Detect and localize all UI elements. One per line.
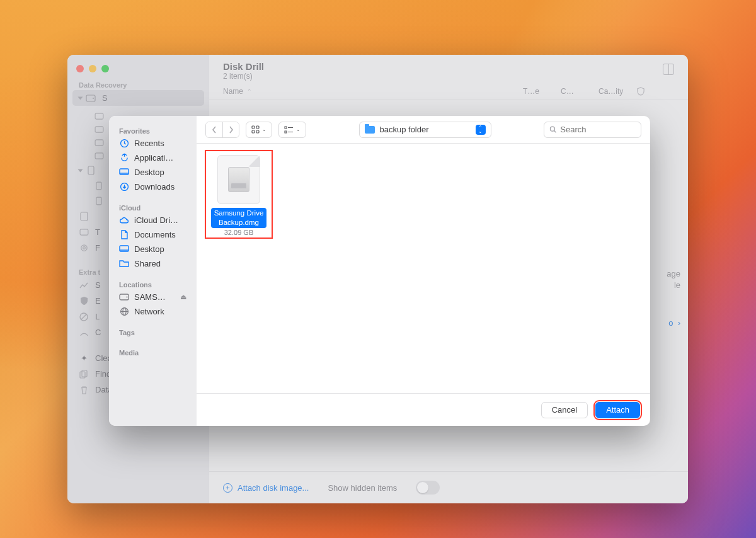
sidebar-heading-favorites: Favorites [114, 125, 192, 136]
dmg-file-icon [217, 155, 260, 204]
chevron-down-icon [78, 96, 83, 100]
trash-icon [79, 386, 89, 394]
gear-icon [79, 243, 89, 253]
svg-rect-30 [252, 130, 255, 133]
drive-icon [94, 152, 104, 159]
no-icon [79, 312, 89, 321]
svg-point-12 [83, 247, 85, 249]
svg-rect-9 [81, 212, 88, 220]
book-icon[interactable] [663, 64, 674, 75]
clock-icon [119, 139, 129, 148]
svg-rect-32 [285, 127, 287, 129]
app-title: Disk Drill [223, 61, 264, 72]
sidebar-item-network[interactable]: Network [114, 304, 192, 319]
cancel-button[interactable]: Cancel [541, 402, 588, 418]
globe-icon [119, 307, 129, 316]
app-subtitle: 2 item(s) [223, 72, 264, 81]
show-hidden-label: Show hidden items [328, 483, 397, 493]
eject-icon[interactable]: ⏏ [180, 293, 186, 301]
sidebar-section-recovery: Data Recovery [67, 79, 209, 90]
window-controls [67, 61, 209, 79]
sidebar-item-desktop[interactable]: Desktop [114, 165, 192, 180]
svg-line-14 [81, 314, 86, 319]
peek-text: age [667, 269, 680, 278]
svg-point-1 [93, 98, 94, 99]
svg-line-37 [554, 131, 556, 133]
view-mode-icons-button[interactable]: ⌄ [246, 122, 272, 138]
nav-forward-button[interactable] [222, 122, 239, 137]
peek-link[interactable]: o › [668, 318, 680, 328]
nav-back-button[interactable] [206, 122, 222, 137]
sidebar-item-external-drive[interactable]: SAMS…⏏ [114, 290, 192, 304]
sidebar-item-storage[interactable]: S [72, 90, 204, 106]
svg-rect-33 [285, 131, 287, 133]
maximize-window-button[interactable] [101, 65, 109, 72]
desktop-icon [119, 245, 129, 253]
svg-rect-6 [88, 166, 94, 175]
svg-rect-4 [95, 140, 103, 146]
drive-icon [94, 139, 104, 146]
svg-rect-7 [96, 182, 101, 190]
sidebar-item-shared[interactable]: Shared [114, 256, 192, 271]
location-label: backup folder [380, 125, 429, 134]
view-mode-group-button[interactable]: ⌄ [278, 122, 306, 138]
svg-rect-8 [96, 197, 101, 205]
dialog-main: ⌄ ⌄ backup folder ⌃⌄ Samsung DriveBackup… [197, 116, 650, 426]
drive-icon [94, 113, 104, 120]
drive-icon [119, 294, 129, 300]
sidebar-item-recents[interactable]: Recents [114, 136, 192, 151]
app-footer: + Attach disk image... Show hidden items [209, 471, 688, 503]
document-icon [119, 230, 129, 239]
svg-rect-10 [80, 229, 88, 235]
updown-icon: ⌃⌄ [476, 125, 486, 135]
svg-rect-28 [252, 126, 255, 129]
gauge-icon [79, 328, 89, 337]
column-headers: Name⌃ T…e C… Ca…ity [209, 84, 688, 100]
close-window-button[interactable] [76, 65, 84, 72]
tablet-icon [79, 212, 89, 221]
phone-icon [86, 166, 96, 175]
applications-icon [119, 153, 129, 163]
download-icon [119, 182, 129, 192]
sparkle-icon: ✦ [79, 353, 89, 363]
sidebar-item-downloads[interactable]: Downloads [114, 180, 192, 194]
shield-icon [636, 87, 645, 96]
sidebar-heading-locations: Locations [114, 278, 192, 290]
svg-point-24 [127, 297, 128, 298]
sidebar-heading-media: Media [114, 346, 192, 358]
search-field[interactable] [544, 122, 641, 138]
phone-icon [94, 181, 104, 190]
sidebar-item-documents[interactable]: Documents [114, 227, 192, 242]
svg-point-36 [550, 127, 554, 131]
dialog-footer: Cancel Attach [197, 393, 650, 426]
dialog-toolbar: ⌄ ⌄ backup folder ⌃⌄ [197, 116, 650, 144]
sidebar-item-desktop-icloud[interactable]: Desktop [114, 242, 192, 256]
svg-point-11 [81, 245, 86, 251]
search-input[interactable] [560, 125, 636, 134]
file-size-label: 32.09 GB [207, 229, 270, 236]
dialog-file-area[interactable]: Samsung DriveBackup.dmg 32.09 GB [197, 144, 650, 393]
show-hidden-toggle[interactable] [416, 481, 440, 495]
shared-folder-icon [119, 260, 129, 268]
nav-back-forward [205, 122, 239, 138]
shield-icon [79, 296, 89, 306]
location-dropdown[interactable]: backup folder ⌃⌄ [359, 122, 491, 138]
svg-rect-5 [95, 153, 103, 159]
svg-rect-31 [256, 130, 259, 133]
sidebar-item-icloud-drive[interactable]: iCloud Dri… [114, 213, 192, 227]
copy-icon [79, 370, 89, 379]
sidebar-heading-icloud: iCloud [114, 202, 192, 213]
phone-icon [94, 197, 104, 205]
file-item-selected[interactable]: Samsung DriveBackup.dmg 32.09 GB [207, 152, 270, 236]
attach-disk-image-link[interactable]: + Attach disk image... [223, 483, 309, 493]
svg-rect-3 [95, 127, 103, 132]
peek-text: le [674, 280, 680, 290]
drive-icon [79, 229, 89, 236]
minimize-window-button[interactable] [89, 65, 96, 72]
sidebar-heading-tags: Tags [114, 326, 192, 338]
attach-button[interactable]: Attach [595, 402, 640, 418]
plus-circle-icon: + [223, 483, 232, 493]
sidebar-item-applications[interactable]: Applicati… [114, 151, 192, 165]
drive-icon [94, 126, 104, 133]
chevron-down-icon [78, 169, 83, 172]
